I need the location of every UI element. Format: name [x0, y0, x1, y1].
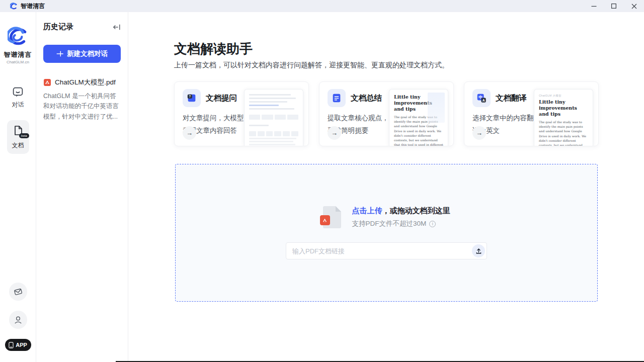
upload-drag-text: ，或拖动文档到这里: [382, 206, 450, 215]
history-list-item[interactable]: ChatGLM大模型.pdf ChatGLM 是一个初具问答和对话功能的千亿中英…: [43, 78, 121, 122]
upload-hint: 支持PDF文件不超过30M: [352, 219, 427, 228]
app-logo: 智谱清言: [10, 2, 45, 11]
page-subtitle: 上传一篇文档，可以针对文档内容进行问题解答，迎接更智能、更直观的处理文档方式。: [174, 61, 449, 70]
mail-icon: [12, 286, 24, 298]
svg-text:A: A: [482, 99, 485, 102]
new-document-chat-label: 新建文档对话: [67, 49, 108, 58]
upload-dropzone[interactable]: 点击上传，或拖动文档到这里 支持PDF文件不超过30M i: [175, 164, 598, 302]
phone-icon: [9, 342, 14, 348]
history-title: 历史记录: [43, 22, 73, 32]
chat-icon: [12, 85, 24, 98]
pdf-icon: [43, 78, 51, 86]
arrow-icon: →: [472, 126, 486, 140]
history-panel: 历史记录 新建文档对话 ChatGLM大模型.pdf ChatGLM 是一个初: [36, 12, 128, 362]
chatglm-logo-icon: [10, 3, 18, 10]
plus-icon: [56, 50, 63, 57]
preview-article-title: Little tiny improvements and tips: [539, 99, 588, 117]
arrow-icon: →: [328, 126, 341, 140]
card-title: 文档提问: [206, 93, 237, 104]
document-summary-icon: [328, 89, 346, 107]
document-question-icon: ?: [183, 89, 201, 107]
arrow-icon: →: [183, 126, 196, 140]
collapse-panel-icon[interactable]: [113, 24, 121, 31]
sidebar-logo: 智谱清言 ChatGLM.cn: [4, 26, 32, 64]
page-title: 文档解读助手: [174, 40, 253, 58]
app-download-button[interactable]: APP: [5, 339, 31, 351]
upload-icon: [475, 248, 482, 254]
profile-button[interactable]: [9, 311, 27, 329]
submit-url-button[interactable]: [472, 244, 485, 257]
minimize-button[interactable]: [584, 0, 604, 12]
pdf-file-icon: [323, 206, 341, 228]
card-preview-thumbnail: ChatGLM 大模型 Little tiny improvements and…: [534, 89, 593, 146]
card-preview-thumbnail: Little tiny improvements and tips The go…: [389, 89, 448, 146]
preview-article-header: ChatGLM 大模型: [539, 94, 588, 98]
sidebar-item-documents[interactable]: beta 文档: [7, 120, 29, 154]
feedback-button[interactable]: [9, 283, 27, 301]
pdf-url-input[interactable]: [286, 242, 487, 259]
sidebar-item-chat[interactable]: 对话: [7, 81, 29, 113]
sidebar-item-label: 文档: [12, 141, 24, 150]
card-preview-thumbnail: [244, 89, 303, 146]
card-document-summary[interactable]: 文档总结 提取文章核心观点，要求简明扼要 → Little tiny impro…: [319, 81, 454, 146]
card-title: 文档总结: [351, 93, 382, 104]
sidebar-item-label: 对话: [12, 101, 24, 109]
preview-article-body: The goal of the study was to identify th…: [539, 120, 588, 146]
info-icon[interactable]: i: [429, 221, 436, 227]
history-item-preview: ChatGLM 是一个初具问答和对话功能的千亿中英语言模型，针对中文进行了优..…: [43, 91, 121, 122]
app-title: 智谱清言: [21, 2, 45, 11]
history-item-filename: ChatGLM大模型.pdf: [55, 78, 116, 87]
beta-badge: beta: [19, 133, 29, 138]
sidebar-logo-title: 智谱清言: [4, 50, 32, 59]
document-translate-icon: 中 A: [472, 89, 491, 107]
sidebar-logo-subtitle: ChatGLM.cn: [7, 60, 29, 64]
sidebar: 智谱清言 ChatGLM.cn 对话 beta 文档: [0, 12, 36, 362]
card-document-translate[interactable]: 中 A 文档翻译 选择文章中的内容翻译为英文 → ChatGLM 大模型 Lit…: [464, 81, 599, 146]
maximize-button[interactable]: [604, 0, 624, 12]
upload-click-link[interactable]: 点击上传: [352, 206, 382, 215]
app-button-label: APP: [16, 342, 27, 348]
feature-cards: ? 文档提问 对文章提问，大模型利用文章内容回答 →: [174, 81, 599, 146]
window-titlebar: 智谱清言: [0, 0, 644, 12]
chatglm-logo-icon: [8, 26, 29, 47]
svg-text:?: ?: [189, 95, 191, 98]
close-button[interactable]: [624, 0, 644, 12]
new-document-chat-button[interactable]: 新建文档对话: [43, 45, 121, 63]
user-icon: [13, 315, 23, 325]
card-document-qa[interactable]: ? 文档提问 对文章提问，大模型利用文章内容回答 →: [174, 81, 309, 146]
main-content: 文档解读助手 上传一篇文档，可以针对文档内容进行问题解答，迎接更智能、更直观的处…: [129, 12, 644, 362]
card-title: 文档翻译: [496, 93, 527, 104]
document-icon: beta: [12, 124, 24, 139]
